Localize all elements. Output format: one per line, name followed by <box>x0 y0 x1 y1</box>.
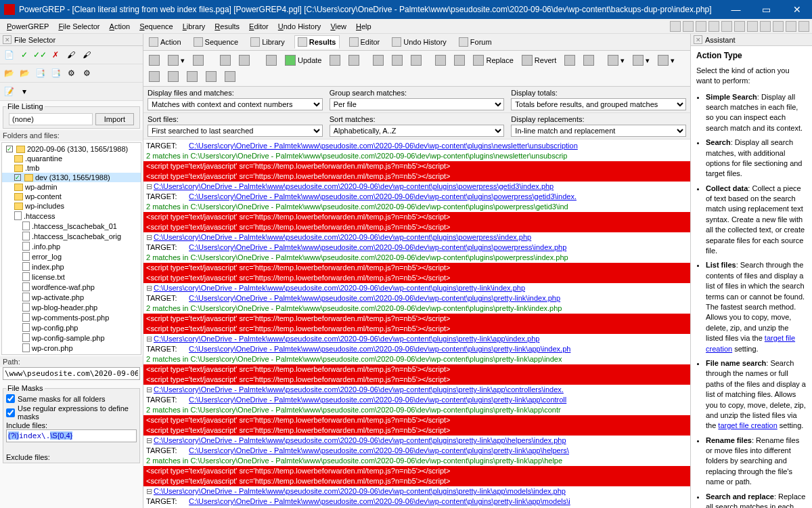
replace-button[interactable]: Replace <box>470 53 516 68</box>
fs-btn[interactable]: 📂 <box>1 66 16 81</box>
result-file-link[interactable]: C:\Users\cory\OneDrive - Palmtek\www\pse… <box>143 486 690 496</box>
tree-item[interactable]: wp-comments-post.php <box>2 312 141 322</box>
menu-action[interactable]: Action <box>106 21 135 32</box>
toolbar-icon[interactable] <box>798 21 809 32</box>
result-match-line[interactable]: <script type='text/javascript' src='http… <box>143 466 690 476</box>
result-target[interactable]: TARGET: C:\Users\cory\OneDrive - Palmtek… <box>143 344 690 354</box>
result-match-line[interactable]: <script type='text/javascript' src='http… <box>143 273 690 283</box>
menu-library[interactable]: Library <box>179 21 210 32</box>
toolbar-icon[interactable] <box>786 21 796 32</box>
fs-btn[interactable]: 📂 <box>17 66 32 81</box>
toolbar-icon[interactable] <box>773 21 784 32</box>
totals-select[interactable]: Totals before results, and grouped match… <box>511 98 686 110</box>
fs-btn[interactable]: ✓✓ <box>32 47 47 62</box>
path-input[interactable] <box>3 367 140 380</box>
result-match-line[interactable]: <script type='text/javascript' src='http… <box>143 476 690 486</box>
toolbar-icon[interactable] <box>708 21 719 32</box>
fs-btn[interactable]: 📝 <box>1 84 16 99</box>
tb-btn[interactable] <box>369 53 387 68</box>
tree-item[interactable]: .tmb <box>2 163 141 173</box>
menu-file-selector[interactable]: File Selector <box>54 21 104 32</box>
tab-library[interactable]: Library <box>248 35 288 49</box>
result-match-line[interactable]: <script type='text/javascript' src='http… <box>143 364 690 375</box>
result-match-line[interactable]: <script type='text/javascript' src='http… <box>143 212 690 222</box>
toolbar-icon[interactable] <box>670 21 681 32</box>
fs-btn[interactable]: 🖌 <box>64 47 78 62</box>
results-area[interactable]: TARGET: C:\Users\cory\OneDrive - Palmtek… <box>143 140 690 508</box>
result-target[interactable]: TARGET: C:\Users\cory\OneDrive - Palmtek… <box>143 293 690 303</box>
result-file-link[interactable]: C:\Users\cory\OneDrive - Palmtek\www\pse… <box>143 385 690 395</box>
sort-matches-select[interactable]: Alphabetically, A..Z <box>330 125 505 137</box>
folder-tree[interactable]: 2020-09-06 (3130, 1565/1988).quarantine.… <box>1 142 141 355</box>
menu-editor[interactable]: Editor <box>245 21 273 32</box>
tree-item[interactable]: wp-blog-header.php <box>2 302 141 312</box>
toolbar-icon[interactable] <box>721 21 732 32</box>
result-match-line[interactable]: <script type='text/javascript' src='http… <box>143 324 690 334</box>
tab-results[interactable]: Results <box>294 35 340 49</box>
menu-undo-history[interactable]: Undo History <box>274 21 325 32</box>
revert-button[interactable]: Revert <box>518 53 560 68</box>
result-file-link[interactable]: C:\Users\cory\OneDrive - Palmtek\www\pse… <box>143 283 690 293</box>
tb-btn[interactable]: ▾ <box>654 53 678 68</box>
result-file-link[interactable]: C:\Users\cory\OneDrive - Palmtek\www\pse… <box>143 334 690 344</box>
result-target[interactable]: TARGET: C:\Users\cory\OneDrive - Palmtek… <box>143 496 690 507</box>
tree-item[interactable]: dev (3130, 1565/1988) <box>2 173 141 182</box>
menu-sequence[interactable]: Sequence <box>135 21 177 32</box>
result-target[interactable]: TARGET: C:\Users\cory\OneDrive - Palmtek… <box>143 395 690 405</box>
result-match-line[interactable]: <script type='text/javascript' src='http… <box>143 314 690 324</box>
tb-btn[interactable] <box>326 53 344 68</box>
tree-item[interactable]: wp-activate.php <box>2 292 141 302</box>
tree-item[interactable]: .info.php <box>2 241 141 251</box>
fs-btn[interactable]: ⚙ <box>79 66 94 81</box>
toolbar-icon[interactable] <box>734 21 745 32</box>
tab-undo-history[interactable]: Undo History <box>389 35 449 49</box>
tb-btn[interactable] <box>235 53 253 68</box>
result-match-line[interactable]: <script type='text/javascript' src='http… <box>143 263 690 273</box>
fs-btn[interactable]: 📄 <box>1 47 16 62</box>
group-select[interactable]: Per file <box>330 98 505 110</box>
tree-item[interactable]: wp-includes <box>2 201 141 211</box>
tree-item[interactable]: wp-cron.php <box>2 343 141 353</box>
tb-btn[interactable] <box>561 53 579 68</box>
tree-item[interactable]: wp-config.php <box>2 322 141 333</box>
sort-files-select[interactable]: First searched to last searched <box>148 125 323 137</box>
tb-btn[interactable] <box>263 53 280 68</box>
tb-btn[interactable] <box>189 53 207 68</box>
result-file-link[interactable]: C:\Users\cory\OneDrive - Palmtek\www\pse… <box>143 232 690 242</box>
tb-btn[interactable] <box>580 53 597 68</box>
assistant-link[interactable]: target file creation <box>706 334 795 352</box>
tab-editor[interactable]: Editor <box>346 35 383 49</box>
same-masks-checkbox[interactable] <box>6 394 15 403</box>
tab-action[interactable]: Action <box>146 35 184 49</box>
result-match-line[interactable]: <script type='text/javascript' src='http… <box>143 425 690 436</box>
minimize-button[interactable]: — <box>721 0 751 19</box>
tree-item[interactable]: license.txt <box>2 272 141 282</box>
fs-btn[interactable]: 🖌 <box>79 47 94 62</box>
tree-item[interactable]: .htaccess <box>2 211 141 221</box>
fs-btn[interactable]: ⚙ <box>64 66 78 81</box>
tab-forum[interactable]: Forum <box>456 35 495 49</box>
tree-item[interactable]: .htaccess_lscachebak_orig <box>2 231 141 241</box>
menu-powergrep[interactable]: PowerGREP <box>3 21 53 32</box>
replacements-select[interactable]: In-line match and replacement <box>511 125 686 137</box>
tree-item[interactable]: index.php <box>2 261 141 272</box>
display-files-select[interactable]: Matches with context and context numbers <box>148 98 323 110</box>
tree-item[interactable]: error_log <box>2 251 141 261</box>
tb-btn[interactable] <box>451 53 468 68</box>
tb-btn[interactable] <box>407 53 425 68</box>
tb-btn[interactable]: ▾ <box>164 53 188 68</box>
result-target[interactable]: TARGET: C:\Users\cory\OneDrive - Palmtek… <box>143 242 690 253</box>
close-button[interactable]: ✕ <box>782 0 812 19</box>
result-match-line[interactable]: <script type='text/javascript' src='http… <box>143 171 690 182</box>
tab-sequence[interactable]: Sequence <box>191 35 242 49</box>
tb-btn[interactable] <box>164 69 182 84</box>
include-files-input[interactable]: (?i)index\.\S{0,4} <box>6 429 137 442</box>
tree-item[interactable]: .htaccess_lscachebak_01 <box>2 221 141 231</box>
result-match-line[interactable]: <script type='text/javascript' src='http… <box>143 222 690 232</box>
fs-btn[interactable]: ▾ <box>17 84 32 99</box>
result-file-link[interactable]: C:\Users\cory\OneDrive - Palmtek\www\pse… <box>143 436 690 446</box>
tb-btn[interactable] <box>183 69 201 84</box>
toolbar-icon[interactable] <box>683 21 694 32</box>
assistant-link[interactable]: target file creation <box>718 421 777 429</box>
fs-btn[interactable]: ✓ <box>17 47 32 62</box>
